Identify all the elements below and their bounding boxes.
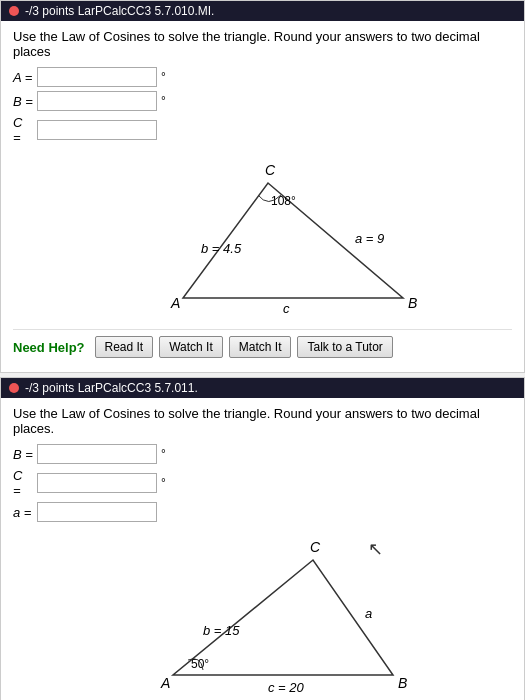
triangle-1-diagram: A B C b = 4.5 a = 9 c 108° [83, 153, 443, 323]
problem-1-content: Use the Law of Cosines to solve the tria… [1, 21, 524, 372]
input-A[interactable] [37, 67, 157, 87]
input-C[interactable] [37, 120, 157, 140]
svg-text:b = 4.5: b = 4.5 [201, 241, 242, 256]
svg-text:B: B [398, 675, 407, 691]
answer-row-B: B = ° [13, 91, 512, 111]
header-dot-2 [9, 383, 19, 393]
watch-it-button-1[interactable]: Watch It [159, 336, 223, 358]
problem-2-block: -/3 points LarPCalcCC3 5.7.011. Use the … [0, 377, 525, 700]
degree-B: ° [161, 94, 166, 108]
input-C2[interactable] [37, 473, 157, 493]
label-B2: B = [13, 447, 33, 462]
master-it-button-1[interactable]: Match It [229, 336, 292, 358]
input-a2[interactable] [37, 502, 157, 522]
label-C: C = [13, 115, 33, 145]
talk-to-tutor-button-1[interactable]: Talk to a Tutor [297, 336, 392, 358]
problem-2-content: Use the Law of Cosines to solve the tria… [1, 398, 524, 700]
answer-row-A: A = ° [13, 67, 512, 87]
answer-fields-2: B = ° C = ° a = [13, 444, 512, 522]
header-dot-1 [9, 6, 19, 16]
label-A: A = [13, 70, 33, 85]
answer-row-B2: B = ° [13, 444, 512, 464]
input-B2[interactable] [37, 444, 157, 464]
svg-text:C: C [265, 162, 276, 178]
degree-B2: ° [161, 447, 166, 461]
svg-text:B: B [408, 295, 417, 311]
svg-text:a: a [365, 606, 372, 621]
svg-text:A: A [170, 295, 180, 311]
problem-1-header: -/3 points LarPCalcCC3 5.7.010.MI. [1, 1, 524, 21]
answer-row-C2: C = ° [13, 468, 512, 498]
problem-1-header-text: -/3 points LarPCalcCC3 5.7.010.MI. [25, 4, 214, 18]
need-help-1: Need Help? Read It Watch It Match It Tal… [13, 329, 512, 362]
triangle-2-diagram: ↖ A B C b = 15 a c = 20 50° [83, 530, 443, 700]
svg-text:b = 15: b = 15 [203, 623, 240, 638]
svg-text:c = 20: c = 20 [268, 680, 305, 695]
svg-text:C: C [310, 539, 321, 555]
svg-text:c: c [283, 301, 290, 316]
answer-fields-1: A = ° B = ° C = [13, 67, 512, 145]
svg-text:a = 9: a = 9 [355, 231, 384, 246]
read-it-button-1[interactable]: Read It [95, 336, 154, 358]
svg-text:108°: 108° [271, 194, 296, 208]
problem-1-block: -/3 points LarPCalcCC3 5.7.010.MI. Use t… [0, 0, 525, 373]
input-B[interactable] [37, 91, 157, 111]
problem-1-title: Use the Law of Cosines to solve the tria… [13, 29, 512, 59]
label-C2: C = [13, 468, 33, 498]
degree-C2: ° [161, 476, 166, 490]
answer-row-a2: a = [13, 502, 512, 522]
label-a2: a = [13, 505, 33, 520]
label-B: B = [13, 94, 33, 109]
problem-2-header: -/3 points LarPCalcCC3 5.7.011. [1, 378, 524, 398]
svg-text:A: A [160, 675, 170, 691]
need-help-label-1: Need Help? [13, 340, 85, 355]
problem-2-title: Use the Law of Cosines to solve the tria… [13, 406, 512, 436]
problem-2-header-text: -/3 points LarPCalcCC3 5.7.011. [25, 381, 198, 395]
answer-row-C: C = [13, 115, 512, 145]
degree-A: ° [161, 70, 166, 84]
